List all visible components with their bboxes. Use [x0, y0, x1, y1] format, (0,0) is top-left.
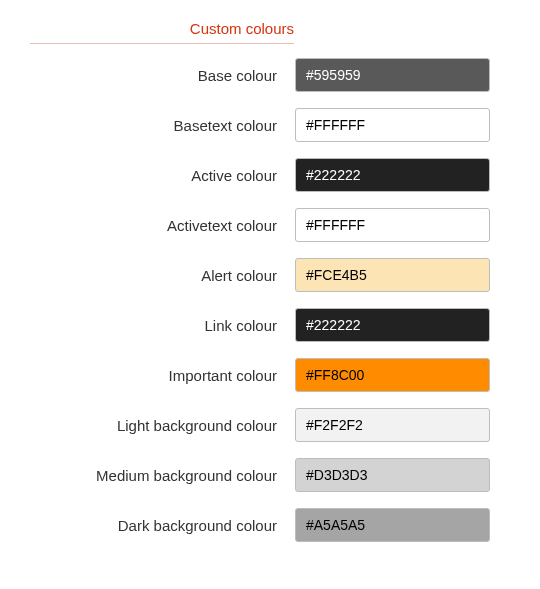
- colour-value: #222222: [306, 317, 361, 333]
- field-important-colour: Important colour #FF8C00: [10, 358, 510, 392]
- colour-value: #595959: [306, 67, 361, 83]
- colour-input[interactable]: #F2F2F2: [295, 408, 490, 442]
- colour-value: #FCE4B5: [306, 267, 367, 283]
- colour-input[interactable]: #222222: [295, 308, 490, 342]
- field-activetext-colour: Activetext colour #FFFFFF: [10, 208, 510, 242]
- colour-value: #FF8C00: [306, 367, 364, 383]
- field-light-background-colour: Light background colour #F2F2F2: [10, 408, 510, 442]
- colour-value: #A5A5A5: [306, 517, 365, 533]
- field-label: Light background colour: [10, 417, 295, 434]
- field-label: Basetext colour: [10, 117, 295, 134]
- colour-input[interactable]: #FFFFFF: [295, 208, 490, 242]
- field-label: Dark background colour: [10, 517, 295, 534]
- field-label: Active colour: [10, 167, 295, 184]
- field-label: Alert colour: [10, 267, 295, 284]
- field-label: Medium background colour: [10, 467, 295, 484]
- field-label: Important colour: [10, 367, 295, 384]
- colour-input[interactable]: #A5A5A5: [295, 508, 490, 542]
- field-link-colour: Link colour #222222: [10, 308, 510, 342]
- colour-rows: Base colour #595959 Basetext colour #FFF…: [10, 58, 510, 542]
- colour-value: #F2F2F2: [306, 417, 363, 433]
- colour-value: #FFFFFF: [306, 117, 365, 133]
- field-label: Link colour: [10, 317, 295, 334]
- field-alert-colour: Alert colour #FCE4B5: [10, 258, 510, 292]
- field-base-colour: Base colour #595959: [10, 58, 510, 92]
- colour-input[interactable]: #FCE4B5: [295, 258, 490, 292]
- field-active-colour: Active colour #222222: [10, 158, 510, 192]
- field-label: Base colour: [10, 67, 295, 84]
- field-label: Activetext colour: [10, 217, 295, 234]
- field-dark-background-colour: Dark background colour #A5A5A5: [10, 508, 510, 542]
- field-basetext-colour: Basetext colour #FFFFFF: [10, 108, 510, 142]
- field-medium-background-colour: Medium background colour #D3D3D3: [10, 458, 510, 492]
- colour-input[interactable]: #FF8C00: [295, 358, 490, 392]
- colour-input[interactable]: #D3D3D3: [295, 458, 490, 492]
- colour-input[interactable]: #FFFFFF: [295, 108, 490, 142]
- section-title: Custom colours: [30, 20, 294, 44]
- colour-value: #222222: [306, 167, 361, 183]
- colour-value: #FFFFFF: [306, 217, 365, 233]
- colour-input[interactable]: #222222: [295, 158, 490, 192]
- colour-input[interactable]: #595959: [295, 58, 490, 92]
- colour-value: #D3D3D3: [306, 467, 367, 483]
